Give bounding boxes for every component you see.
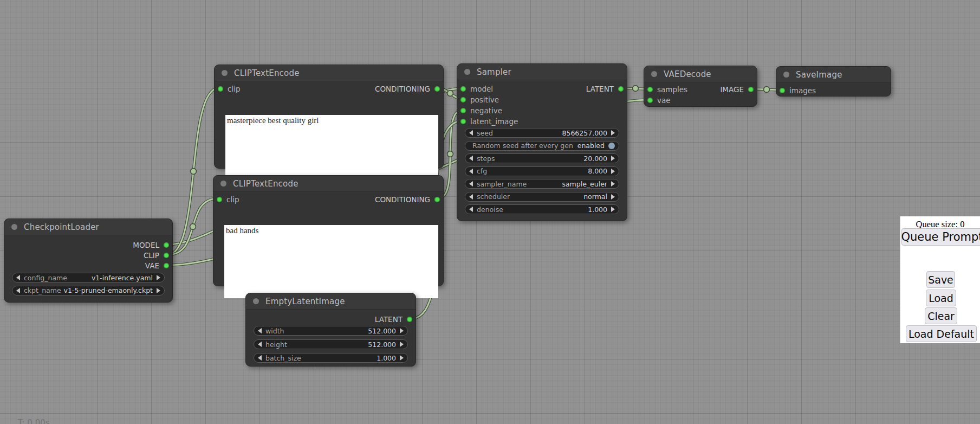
- link-midpoint-dot: [447, 151, 453, 157]
- input-slot-clip[interactable]: [217, 197, 222, 202]
- node-clip-text-encode-positive[interactable]: CLIPTextEncode clip CONDITIONING masterp…: [214, 65, 444, 169]
- node-collapse-dot-icon[interactable]: [464, 69, 470, 75]
- node-collapse-dot-icon[interactable]: [651, 71, 657, 77]
- widget-value: sample_euler: [562, 180, 607, 188]
- widget-label: ckpt_name: [24, 286, 61, 294]
- decrement-arrow-icon[interactable]: [469, 169, 473, 174]
- output-label-image: IMAGE: [720, 85, 744, 94]
- input-slot-negative[interactable]: [460, 108, 466, 113]
- output-label-model: MODEL: [133, 241, 159, 249]
- widget-steps[interactable]: steps 20.000: [465, 153, 619, 163]
- increment-arrow-icon[interactable]: [611, 194, 615, 200]
- widget-value: 20.000: [583, 155, 607, 163]
- widget-random-seed-toggle[interactable]: Random seed after every gen enabled: [465, 141, 619, 151]
- node-title-bar[interactable]: CLIPTextEncode: [213, 176, 443, 192]
- node-checkpoint-loader[interactable]: CheckpointLoader MODEL CLIP VAE config_n…: [4, 219, 173, 303]
- output-label-conditioning: CONDITIONING: [375, 85, 430, 93]
- widget-value: 8566257.000: [562, 129, 607, 137]
- increment-arrow-icon[interactable]: [400, 355, 404, 361]
- decrement-arrow-icon[interactable]: [469, 156, 473, 161]
- node-title-bar[interactable]: EmptyLatentImage: [246, 293, 416, 310]
- input-slot-latent-image[interactable]: [460, 119, 466, 124]
- node-title-bar[interactable]: SaveImage: [776, 67, 891, 83]
- increment-arrow-icon[interactable]: [611, 130, 615, 136]
- increment-arrow-icon[interactable]: [611, 207, 615, 212]
- input-slot-model[interactable]: [460, 86, 466, 92]
- input-label-negative: negative: [470, 106, 502, 115]
- node-collapse-dot-icon[interactable]: [220, 181, 226, 187]
- widget-value: 1.000: [377, 354, 396, 362]
- input-label-positive: positive: [470, 95, 499, 104]
- decrement-arrow-icon[interactable]: [469, 181, 473, 187]
- widget-height[interactable]: height 512.000: [254, 339, 408, 349]
- increment-arrow-icon[interactable]: [157, 275, 160, 280]
- output-slot-conditioning[interactable]: [434, 86, 440, 92]
- output-slot-clip[interactable]: [164, 253, 169, 258]
- load-default-button[interactable]: Load Default: [906, 325, 977, 342]
- queue-prompt-button[interactable]: Queue Prompt: [901, 228, 980, 246]
- node-collapse-dot-icon[interactable]: [222, 70, 228, 76]
- decrement-arrow-icon[interactable]: [258, 328, 262, 333]
- node-clip-text-encode-negative[interactable]: CLIPTextEncode clip CONDITIONING bad han…: [213, 175, 444, 286]
- node-collapse-dot-icon[interactable]: [253, 298, 259, 304]
- node-title-bar[interactable]: CheckpointLoader: [4, 219, 172, 235]
- decrement-arrow-icon[interactable]: [258, 355, 262, 361]
- widget-config-name[interactable]: config_name v1-inference.yaml: [12, 273, 165, 282]
- widget-width[interactable]: width 512.000: [254, 326, 408, 336]
- increment-arrow-icon[interactable]: [400, 342, 404, 347]
- widget-cfg[interactable]: cfg 8.000: [465, 166, 619, 176]
- output-slot-vae[interactable]: [164, 263, 169, 268]
- output-slot-latent[interactable]: [618, 86, 624, 92]
- save-button[interactable]: Save: [926, 271, 955, 288]
- node-sampler[interactable]: Sampler model LATENT positive negative l…: [457, 63, 627, 221]
- input-slot-positive[interactable]: [460, 97, 466, 102]
- widget-value: 8.000: [588, 167, 607, 175]
- node-title-bar[interactable]: Sampler: [457, 64, 627, 80]
- load-button[interactable]: Load: [926, 290, 956, 306]
- increment-arrow-icon[interactable]: [611, 181, 615, 187]
- widget-ckpt-name[interactable]: ckpt_name v1-5-pruned-emaonly.ckpt: [12, 286, 165, 295]
- positive-prompt-textarea[interactable]: masterpiece best quality girl: [225, 115, 438, 179]
- output-slot-model[interactable]: [164, 242, 169, 248]
- widget-value: v1-inference.yaml: [92, 274, 153, 282]
- node-vae-decode[interactable]: VAEDecode samples IMAGE vae: [644, 66, 757, 107]
- decrement-arrow-icon[interactable]: [258, 342, 262, 347]
- node-collapse-dot-icon[interactable]: [11, 224, 17, 230]
- increment-arrow-icon[interactable]: [611, 156, 615, 161]
- widget-batch-size[interactable]: batch_size 1.000: [254, 353, 408, 363]
- input-slot-clip[interactable]: [218, 86, 223, 92]
- negative-prompt-textarea[interactable]: bad hands: [224, 225, 438, 298]
- widget-seed[interactable]: seed 8566257.000: [465, 128, 619, 138]
- node-empty-latent-image[interactable]: EmptyLatentImage LATENT width 512.000 he…: [245, 293, 416, 367]
- increment-arrow-icon[interactable]: [157, 288, 160, 293]
- toggle-on-icon[interactable]: [608, 143, 615, 149]
- decrement-arrow-icon[interactable]: [16, 288, 20, 293]
- node-title: Sampler: [477, 67, 511, 77]
- widget-sampler-name[interactable]: sampler_name sample_euler: [465, 179, 619, 189]
- output-slot-conditioning[interactable]: [434, 197, 440, 202]
- output-label-latent: LATENT: [375, 315, 403, 324]
- node-title-bar[interactable]: CLIPTextEncode: [215, 65, 443, 81]
- increment-arrow-icon[interactable]: [611, 169, 615, 174]
- decrement-arrow-icon[interactable]: [16, 275, 20, 280]
- decrement-arrow-icon[interactable]: [469, 130, 473, 136]
- graph-canvas[interactable]: { "canvas": { "stats": "T: 0.00s" }, "co…: [0, 0, 980, 424]
- widget-scheduler[interactable]: scheduler normal: [465, 192, 619, 202]
- link-midpoint-dot: [190, 224, 196, 230]
- node-save-image[interactable]: SaveImage images: [776, 66, 891, 97]
- input-slot-samples[interactable]: [647, 87, 653, 92]
- wire-clip-to-negative-encode: [167, 198, 218, 255]
- decrement-arrow-icon[interactable]: [469, 207, 473, 212]
- clear-button[interactable]: Clear: [925, 307, 957, 324]
- decrement-arrow-icon[interactable]: [469, 194, 473, 200]
- increment-arrow-icon[interactable]: [400, 328, 404, 333]
- input-slot-vae[interactable]: [647, 98, 653, 103]
- node-title: EmptyLatentImage: [265, 297, 345, 306]
- output-slot-latent[interactable]: [407, 317, 412, 322]
- node-collapse-dot-icon[interactable]: [783, 72, 789, 78]
- widget-denoise[interactable]: denoise 1.000: [465, 204, 619, 214]
- input-slot-images[interactable]: [780, 88, 785, 93]
- node-title-bar[interactable]: VAEDecode: [644, 66, 757, 82]
- output-slot-image[interactable]: [748, 87, 754, 92]
- widget-value: 512.000: [368, 327, 396, 335]
